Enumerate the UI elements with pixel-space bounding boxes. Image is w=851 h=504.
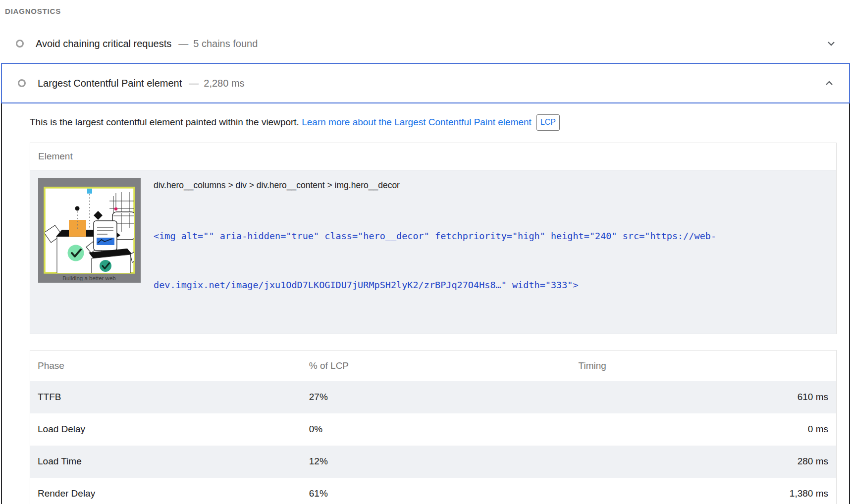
table-row: Load Time 12% 280 ms — [30, 446, 837, 478]
timing-cell: 610 ms — [579, 381, 837, 413]
learn-more-link[interactable]: Learn more about the Largest Contentful … — [302, 117, 532, 127]
audit-panel-lcp-element: Largest Contentful Paint element — 2,280… — [1, 63, 850, 504]
timing-cell: 0 ms — [579, 413, 837, 446]
dom-path: div.hero__columns > div > div.hero__cont… — [154, 180, 716, 191]
audit-details: This is the largest contentful element p… — [2, 114, 849, 504]
table-header-row: Phase % of LCP Timing — [30, 351, 837, 381]
node-snippet: <img alt="" aria-hidden="true" class="he… — [154, 195, 716, 326]
pct-cell: 61% — [309, 478, 579, 504]
table-row: Render Delay 61% 1,380 ms — [30, 478, 837, 504]
table-row: Load Delay 0% 0 ms — [30, 413, 837, 446]
element-card-header: Element — [30, 143, 836, 170]
section-title: DIAGNOSTICS — [5, 7, 851, 15]
element-card-body: Building a better web div.hero__columns … — [30, 170, 836, 334]
audit-row-lcp-element[interactable]: Largest Contentful Paint element — 2,280… — [1, 63, 850, 103]
snippet-line: <img alt="" aria-hidden="true" class="he… — [154, 228, 716, 244]
chevron-up-icon[interactable] — [823, 77, 835, 89]
thumbnail-caption: Building a better web — [62, 275, 115, 281]
element-card: Element — [30, 143, 837, 334]
lcp-badge[interactable]: LCP — [536, 114, 560, 131]
phase-cell: Load Time — [30, 446, 309, 478]
audit-display-value: 5 chains found — [193, 38, 258, 50]
pct-cell: 27% — [309, 381, 579, 413]
phase-cell: Load Delay — [30, 413, 309, 446]
timing-cell: 1,380 ms — [579, 478, 837, 504]
description-text: This is the largest contentful element p… — [30, 117, 302, 127]
diagnostics-section: DIAGNOSTICS Avoid chaining critical requ… — [0, 7, 851, 504]
column-header-pct: % of LCP — [309, 351, 579, 381]
informative-score-icon — [18, 79, 26, 87]
table-row: TTFB 27% 610 ms — [30, 381, 837, 413]
pct-cell: 0% — [309, 413, 579, 446]
audit-description: This is the largest contentful element p… — [30, 114, 837, 131]
node-info: div.hero__columns > div > div.hero__cont… — [154, 178, 716, 326]
informative-score-icon — [16, 40, 24, 48]
audit-title: Avoid chaining critical requests — [36, 38, 171, 50]
audit-title: Largest Contentful Paint element — [38, 78, 182, 89]
audit-display-value: 2,280 ms — [204, 78, 244, 89]
phase-cell: TTFB — [30, 381, 309, 413]
element-screenshot-thumbnail[interactable]: Building a better web — [38, 178, 141, 283]
chevron-down-icon[interactable] — [825, 38, 837, 50]
column-header-timing: Timing — [579, 351, 837, 381]
phase-cell: Render Delay — [30, 478, 309, 504]
lcp-phase-table: Phase % of LCP Timing TTFB 27% 610 ms Lo… — [30, 350, 837, 504]
column-header-phase: Phase — [30, 351, 309, 381]
pct-cell: 12% — [309, 446, 579, 478]
audit-row-critical-request-chains[interactable]: Avoid chaining critical requests — 5 cha… — [0, 28, 851, 59]
audit-separator: — — [189, 78, 199, 89]
audit-separator: — — [178, 38, 188, 50]
timing-cell: 280 ms — [579, 446, 837, 478]
hero-illustration-thumbnail: Building a better web — [38, 178, 141, 283]
snippet-line: dev.imgix.net/image/jxu1OdD7LKOGIDU7jURM… — [154, 277, 716, 293]
